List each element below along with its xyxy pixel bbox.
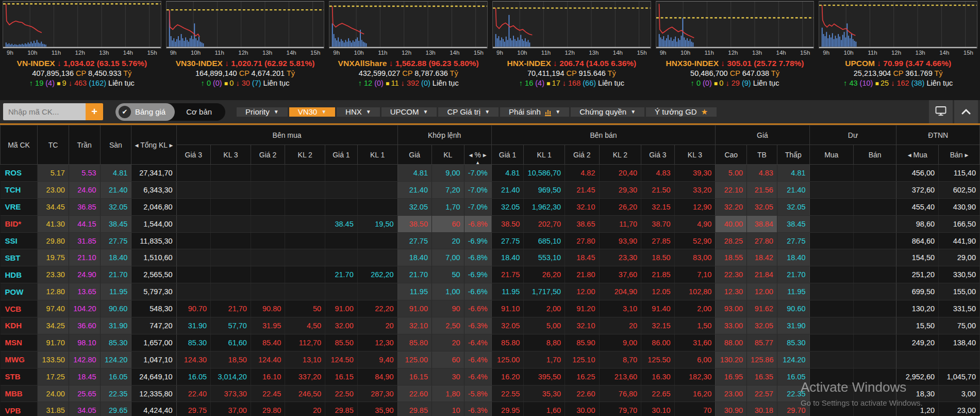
collapse-button[interactable]	[954, 100, 978, 123]
subcolumn-header[interactable]: Bán	[853, 145, 896, 165]
table-row-VRE[interactable]: VRE34.4536.8532.052,046,8032.051,70-7.0%…	[1, 198, 980, 215]
table-row-VPB[interactable]: VPB31.8534.0529.654,424,4029.7537,0029.8…	[1, 402, 980, 416]
add-ticker-button[interactable]: +	[86, 103, 103, 120]
subcolumn-header[interactable]: Giá 3	[176, 145, 210, 165]
tab-priority[interactable]: Priority▼	[237, 107, 288, 117]
cell: 21.70	[397, 266, 431, 283]
table-row-ROS[interactable]: ROS5.175.534.8127,341,704.819,00-7.0%4.8…	[1, 165, 980, 182]
tab-chứng-quyền[interactable]: Chứng quyền▼	[571, 107, 644, 117]
cell: 9,00	[431, 165, 464, 182]
index-panel-upcom: 9h10h11h12h13h14h15hUPCOM ↓ 70.99 (3.47 …	[819, 1, 977, 99]
subcolumn-header[interactable]: Bán ▸	[939, 145, 980, 165]
ticker-symbol[interactable]: STB	[1, 368, 38, 385]
cell: 27,341,70	[131, 165, 176, 182]
cell: 395,50	[524, 368, 565, 385]
ticker-symbol[interactable]: HDB	[1, 266, 38, 283]
subcolumn-header[interactable]: Giá 2	[565, 145, 599, 165]
view-toggle[interactable]: ✔ Bảng giá Cơ bản	[115, 103, 225, 121]
subcolumn-header[interactable]: KL 3	[674, 145, 716, 165]
cell: 31.90	[777, 317, 809, 334]
subcolumn-header[interactable]: Giá 1	[491, 145, 524, 165]
time-axis-label: 13h	[752, 50, 762, 58]
ticker-symbol[interactable]: VPB	[1, 402, 38, 416]
cell: 37,60	[599, 266, 641, 283]
tab-upcom[interactable]: UPCOM▼	[381, 107, 437, 117]
index-summary-line2: 164,899,140 CP 4,674.201 Tỷ	[166, 69, 325, 77]
table-row-MSN[interactable]: MSN91.7098.1085.301,657,0085.3061,6085.4…	[1, 334, 980, 351]
subcolumn-header[interactable]: KL 3	[211, 145, 251, 165]
subcolumn-header[interactable]: KL 2	[285, 145, 325, 165]
fullscreen-button[interactable]	[929, 100, 953, 123]
column-header-3[interactable]: Sàn	[100, 125, 131, 165]
ticker-symbol[interactable]: ROS	[1, 165, 38, 182]
tab-ý-tưởng-gd[interactable]: Ý tưởng GD★	[646, 107, 717, 117]
subcolumn-header[interactable]: ◂ Mua	[896, 145, 939, 165]
tab-phái-sinh[interactable]: Phái sinh▼	[500, 107, 569, 117]
table-row-STB[interactable]: STB17.2518.4516.0524,649,1016.053,014,20…	[1, 368, 980, 385]
cell: 31.85	[38, 402, 69, 416]
column-header-0[interactable]: Mã CK	[1, 125, 38, 165]
ticker-symbol[interactable]: KDH	[1, 317, 38, 334]
cell: 3,10	[599, 300, 641, 317]
subcolumn-header[interactable]: Cao	[716, 145, 747, 165]
ticker-symbol[interactable]: MBB	[1, 385, 38, 402]
subcolumn-header[interactable]: KL 1	[357, 145, 397, 165]
index-charts-row: 9h10h11h12h13h14h15hVN-INDEX ↓ 1,034.02 …	[0, 1, 980, 99]
subcolumn-header[interactable]: Thấp	[777, 145, 809, 165]
table-row-BID[interactable]: BID*41.3044.1538.451,544,0038.4519,5038.…	[1, 215, 980, 232]
ticker-symbol[interactable]: POW	[1, 283, 38, 300]
tab-hnx[interactable]: HNX▼	[337, 107, 380, 117]
table-row-MBB[interactable]: MBB24.0025.6522.3512,335,8022.40373,3022…	[1, 385, 980, 402]
table-row-HDB[interactable]: HDB23.3024.9021.702,565,5021.70262,2021.…	[1, 266, 980, 283]
subcolumn-header[interactable]: Giá 1	[325, 145, 358, 165]
column-header-1[interactable]: TC	[38, 125, 69, 165]
column-header-2[interactable]: Trần	[69, 125, 100, 165]
session-status: Liên tục	[263, 79, 290, 87]
time-axis-label: 13h	[99, 50, 109, 58]
subcolumn-header[interactable]: KL 1	[524, 145, 565, 165]
cell: 35,90	[357, 402, 397, 416]
table-row-POW[interactable]: POW12.8013.6511.955,797,3011.951,00-6.6%…	[1, 283, 980, 300]
subcolumn-header[interactable]: KL 2	[599, 145, 641, 165]
table-row-TCH[interactable]: TCH23.0024.6021.406,343,3021.407,20-7.0%…	[1, 181, 980, 198]
column-header-4[interactable]: ◂ Tổng KL ▸	[131, 125, 176, 165]
cell: 154,50	[896, 249, 939, 266]
cell: 27.75	[100, 232, 131, 249]
subcolumn-header[interactable]: Giá 3	[641, 145, 675, 165]
cell: 85.30	[777, 334, 809, 351]
subcolumn-header[interactable]: Mua	[809, 145, 853, 165]
cell: 27.75	[491, 232, 524, 249]
cell: 16.15	[325, 368, 358, 385]
subcolumn-header[interactable]: Giá	[397, 145, 431, 165]
toggle-basic[interactable]: Cơ bản	[175, 107, 223, 116]
ticker-symbol[interactable]: BID*	[1, 215, 38, 232]
table-row-KDH[interactable]: KDH34.2536.6031.90747,2031.9057,7031.954…	[1, 317, 980, 334]
cell	[357, 232, 397, 249]
ticker-symbol[interactable]: SBT	[1, 249, 38, 266]
cp-label: CP	[893, 69, 905, 77]
subcolumn-header[interactable]: ◂ % ▸▲	[464, 145, 491, 165]
cell: 21.85	[641, 266, 675, 283]
table-row-MWG[interactable]: MWG133.50142.80124.201,047,10124.3018,50…	[1, 351, 980, 368]
subcolumn-header[interactable]: KL	[431, 145, 464, 165]
cell: 12.00	[565, 283, 599, 300]
ticker-symbol[interactable]: TCH	[1, 181, 38, 198]
ticker-symbol[interactable]: VRE	[1, 198, 38, 215]
subcolumn-header[interactable]: Giá 2	[251, 145, 285, 165]
ticker-symbol[interactable]: SSI	[1, 232, 38, 249]
ticker-symbol[interactable]: MSN	[1, 334, 38, 351]
cell: -6.8%	[464, 215, 491, 232]
search-input[interactable]	[3, 103, 86, 120]
toggle-price-board[interactable]: ✔ Bảng giá	[115, 103, 175, 121]
index-summary: HNX30-INDEX ↓ 305.01 (25.72 7.78%)50,486…	[656, 59, 815, 99]
cell: 9,40	[357, 351, 397, 368]
table-row-SSI[interactable]: SSI29.8031.8527.7511,835,3027.7520-6.9%2…	[1, 232, 980, 249]
subcolumn-header[interactable]: TB	[747, 145, 777, 165]
tab-cp-giá-trị[interactable]: CP Giá trị▼	[438, 107, 499, 117]
ticker-symbol[interactable]: VCB	[1, 300, 38, 317]
ticker-symbol[interactable]: MWG	[1, 351, 38, 368]
table-row-SBT[interactable]: SBT19.7521.1018.401,510,6018.407,00-6.8%…	[1, 249, 980, 266]
tab-vn30[interactable]: VN30▼	[289, 107, 335, 117]
cell: 1,60	[524, 402, 565, 416]
table-row-VCB[interactable]: VCB97.40104.2090.60548,3090.7021,7090.80…	[1, 300, 980, 317]
